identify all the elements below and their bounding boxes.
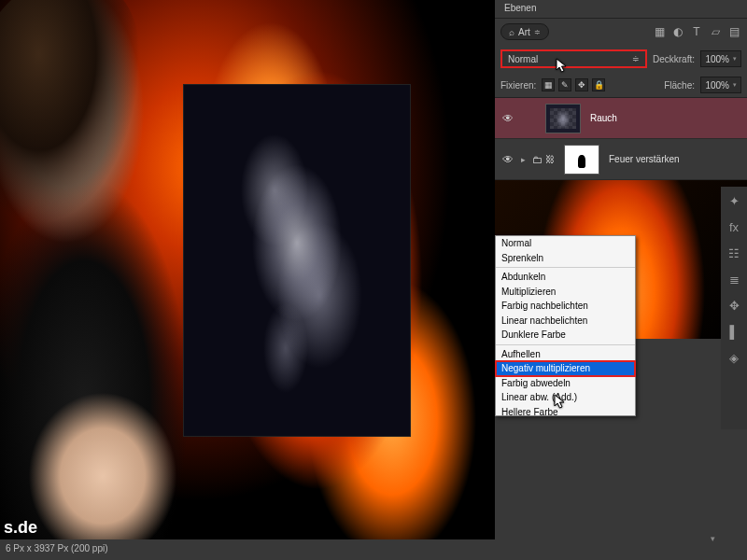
layer-thumbnail[interactable]: [545, 104, 581, 133]
menu-item-abdunkeln[interactable]: Abdunkeln: [496, 270, 635, 285]
menu-item-sprenkeln[interactable]: Sprenkeln: [496, 251, 635, 266]
blend-mode-dropdown[interactable]: Normal: [500, 49, 647, 68]
layer-name[interactable]: Feuer verstärken: [605, 154, 747, 164]
layer-row-feuer[interactable]: 👁 ▸ 🗀 ⛓ Feuer verstärken: [495, 139, 747, 180]
tool-icon[interactable]: ▌: [726, 325, 742, 342]
tool-icon[interactable]: ≣: [726, 273, 742, 289]
filter-label: Art: [518, 27, 530, 37]
opacity-label: Deckkraft:: [653, 54, 695, 64]
tool-icon[interactable]: ✥: [726, 299, 742, 315]
canvas-area[interactable]: s.de 6 Px x 3937 Px (200 ppi): [0, 0, 495, 560]
hair-shape: [0, 0, 140, 224]
right-tool-strip: ✦ fx ☷ ≣ ✥ ▌ ◈: [721, 187, 747, 429]
folder-icon: 🗀: [532, 154, 545, 165]
blend-mode-menu: Normal Sprenkeln Abdunkeln Multipliziere…: [495, 235, 636, 416]
filter-smart-icon[interactable]: ▤: [726, 24, 741, 39]
lock-transparency-icon[interactable]: ▦: [542, 78, 555, 91]
hand-shape: [28, 392, 177, 560]
layer-list: 👁 Rauch 👁 ▸ 🗀 ⛓ Feuer verstärken: [495, 97, 747, 180]
visibility-toggle[interactable]: 👁: [495, 112, 521, 125]
smoke-layer-preview[interactable]: [183, 84, 411, 437]
menu-item-farbig-abwedeln[interactable]: Farbig abwedeln: [496, 376, 635, 391]
status-bar: 6 Px x 3937 Px (200 ppi): [0, 539, 495, 560]
tool-icon[interactable]: ✦: [726, 194, 742, 211]
tool-icon[interactable]: ◈: [726, 351, 742, 368]
tool-icon[interactable]: ☷: [726, 246, 742, 263]
menu-item-dunklere-farbe[interactable]: Dunklere Farbe: [496, 328, 635, 343]
menu-item-linear-abw[interactable]: Linear abw. (Add.): [496, 390, 635, 405]
mask-thumbnail[interactable]: [564, 145, 599, 175]
expand-icon[interactable]: ▸: [521, 155, 532, 164]
layer-filter-dropdown[interactable]: ⌕ Art ≑: [500, 23, 549, 40]
link-icon: ⛓: [545, 154, 558, 164]
lock-paint-icon[interactable]: ✎: [558, 78, 571, 91]
menu-item-normal[interactable]: Normal: [496, 236, 635, 251]
menu-separator: [496, 267, 635, 268]
filter-pixel-icon[interactable]: ▦: [652, 24, 667, 39]
menu-item-aufhellen[interactable]: Aufhellen: [496, 347, 635, 362]
lock-position-icon[interactable]: ✥: [575, 78, 588, 91]
layer-row-rauch[interactable]: 👁 Rauch: [495, 98, 747, 139]
menu-item-multiplizieren[interactable]: Multiplizieren: [496, 285, 635, 300]
lock-label: Fixieren:: [500, 80, 536, 91]
filter-shape-icon[interactable]: ▱: [708, 24, 723, 39]
scroll-down-arrow[interactable]: ▾: [711, 534, 715, 543]
layer-name[interactable]: Rauch: [586, 113, 747, 123]
fx-icon[interactable]: fx: [726, 220, 742, 237]
filter-type-icon[interactable]: T: [689, 24, 704, 39]
menu-item-negativ-multiplizieren[interactable]: Negativ multiplizieren: [496, 361, 635, 376]
menu-item-farbig-nachbelichten[interactable]: Farbig nachbelichten: [496, 299, 635, 314]
lock-all-icon[interactable]: 🔒: [592, 78, 605, 91]
menu-item-hellere-farbe[interactable]: Hellere Farbe: [496, 405, 635, 415]
search-icon: ⌕: [509, 27, 514, 37]
menu-item-linear-nachbelichten[interactable]: Linear nachbelichten: [496, 314, 635, 329]
smoke-graphic: [184, 85, 410, 436]
filter-adjustment-icon[interactable]: ◐: [670, 24, 685, 39]
fill-label: Fläche:: [664, 80, 695, 91]
menu-separator: [496, 344, 635, 345]
fill-field[interactable]: 100%: [700, 77, 741, 93]
blend-mode-value: Normal: [508, 54, 538, 64]
panel-tab-layers[interactable]: Ebenen: [495, 0, 747, 19]
opacity-field[interactable]: 100%: [700, 50, 741, 67]
watermark-text: s.de: [4, 518, 37, 538]
visibility-toggle[interactable]: 👁: [495, 153, 521, 166]
